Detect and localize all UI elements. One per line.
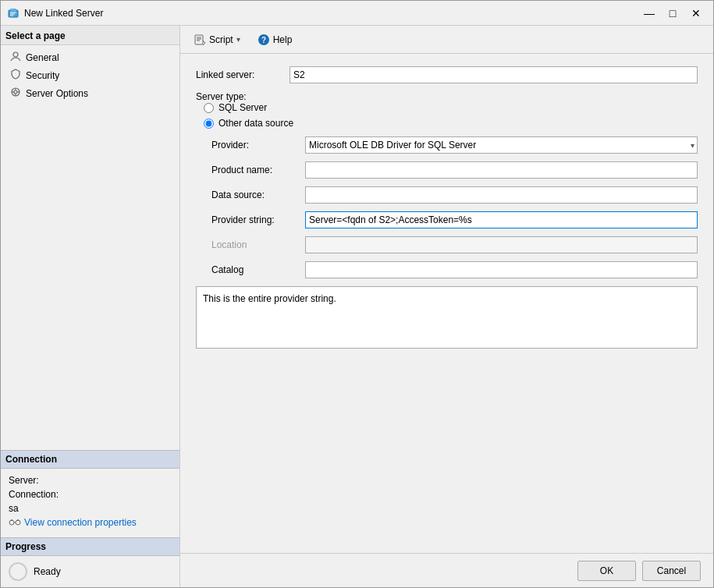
data-source-label: Data source: <box>211 190 305 200</box>
sidebar-item-security-label: Security <box>26 70 59 81</box>
linked-server-label: Linked server: <box>196 69 290 80</box>
sidebar: Select a page General <box>1 26 180 587</box>
svg-rect-1 <box>10 9 16 11</box>
toolbar: Script ▾ ? Help <box>180 26 713 54</box>
connection-label: Connection: <box>9 489 59 500</box>
catalog-row: Catalog <box>211 261 698 278</box>
location-input <box>305 236 698 253</box>
svg-point-7 <box>14 90 17 94</box>
server-row: Server: <box>9 475 172 486</box>
location-row: Location <box>211 236 698 253</box>
progress-content: Ready <box>1 556 179 587</box>
sidebar-item-general[interactable]: General <box>1 48 179 66</box>
catalog-label: Catalog <box>211 264 305 275</box>
ok-button[interactable]: OK <box>577 561 636 581</box>
bottom-bar: OK Cancel <box>180 553 713 587</box>
other-source-radio-label[interactable]: Other data source <box>218 118 293 129</box>
location-label: Location <box>211 239 305 250</box>
server-label: Server: <box>9 475 39 486</box>
security-icon <box>10 69 21 82</box>
other-source-radio[interactable] <box>204 119 214 129</box>
sql-server-radio-label[interactable]: SQL Server <box>218 102 267 113</box>
help-icon: ? <box>258 34 270 46</box>
progress-section: Progress Ready <box>1 537 179 587</box>
help-label: Help <box>273 34 293 45</box>
product-name-row: Product name: <box>211 161 698 179</box>
data-source-input[interactable] <box>305 186 698 204</box>
sidebar-items: General Security <box>1 45 179 105</box>
sidebar-item-general-label: General <box>26 52 59 63</box>
catalog-input[interactable] <box>305 261 698 278</box>
progress-spinner <box>9 562 27 581</box>
svg-rect-17 <box>195 35 203 44</box>
connection-value-row: sa <box>9 503 172 514</box>
linked-server-row: Linked server: <box>196 66 698 83</box>
view-connection-link[interactable]: View connection properties <box>9 517 172 528</box>
minimize-button[interactable]: — <box>638 5 660 22</box>
provider-select[interactable]: Microsoft OLE DB Driver for SQL Server S… <box>305 136 698 154</box>
maximize-button[interactable]: □ <box>662 5 684 22</box>
info-text: This is the entire provider string. <box>203 293 336 304</box>
server-options-icon <box>10 87 21 100</box>
window-icon <box>7 7 20 19</box>
product-name-label: Product name: <box>211 165 305 175</box>
svg-point-5 <box>13 52 18 57</box>
connection-row: Connection: <box>9 489 172 500</box>
title-bar: New Linked Server — □ ✕ <box>1 1 713 26</box>
connection-header: Connection <box>1 450 179 469</box>
cancel-button[interactable]: Cancel <box>642 561 701 581</box>
script-icon <box>194 34 206 45</box>
svg-point-16 <box>17 519 19 521</box>
select-page-heading: Select a page <box>1 26 179 45</box>
script-button[interactable]: Script ▾ <box>186 31 247 48</box>
other-source-radio-row: Other data source <box>204 118 698 129</box>
provider-select-wrapper: Microsoft OLE DB Driver for SQL Server S… <box>305 136 698 154</box>
linked-server-input[interactable] <box>290 66 698 83</box>
sql-server-radio[interactable] <box>204 103 214 113</box>
product-name-input[interactable] <box>305 161 698 179</box>
provider-string-input[interactable] <box>305 211 698 228</box>
radio-group: SQL Server Other data source <box>196 102 698 129</box>
server-type-label: Server type: <box>196 91 290 102</box>
view-connection-row[interactable]: View connection properties <box>9 517 172 528</box>
view-connection-text: View connection properties <box>24 517 137 528</box>
data-source-row: Data source: <box>211 186 698 204</box>
form-area: Linked server: Server type: SQL Server O… <box>180 54 713 553</box>
window-controls: — □ ✕ <box>638 5 707 22</box>
progress-header: Progress <box>1 538 179 556</box>
provider-string-row: Provider string: <box>211 211 698 228</box>
window-title: New Linked Server <box>24 8 638 19</box>
sidebar-item-security[interactable]: Security <box>1 66 179 84</box>
provider-string-label: Provider string: <box>211 214 305 225</box>
main-content: Select a page General <box>1 26 713 587</box>
sidebar-item-server-options-label: Server Options <box>26 88 88 99</box>
connection-section: Connection Server: Connection: sa <box>1 450 179 537</box>
general-icon <box>10 51 21 64</box>
provider-label: Provider: <box>211 140 305 151</box>
close-button[interactable]: ✕ <box>685 5 707 22</box>
sidebar-item-server-options[interactable]: Server Options <box>1 84 179 102</box>
server-type-section: Server type: SQL Server Other data sourc… <box>196 91 698 129</box>
window: New Linked Server — □ ✕ Select a page Ge… <box>0 0 714 588</box>
indented-fields: Provider: Microsoft OLE DB Driver for SQ… <box>196 136 698 278</box>
sql-server-radio-row: SQL Server <box>204 102 698 113</box>
connection-value: sa <box>9 503 19 514</box>
svg-point-15 <box>11 519 12 521</box>
info-box: This is the entire provider string. <box>196 286 698 349</box>
provider-row: Provider: Microsoft OLE DB Driver for SQ… <box>211 136 698 154</box>
connection-info: Server: Connection: sa <box>1 469 179 537</box>
script-dropdown-arrow: ▾ <box>236 35 240 44</box>
main-panel: Script ▾ ? Help Linked server: <box>180 26 713 587</box>
progress-status: Ready <box>34 566 61 577</box>
help-button[interactable]: ? Help <box>250 30 300 49</box>
svg-text:?: ? <box>261 36 266 44</box>
script-label: Script <box>209 34 233 45</box>
